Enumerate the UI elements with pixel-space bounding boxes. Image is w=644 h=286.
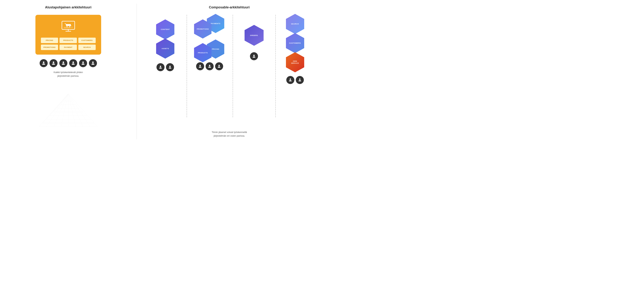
page-container: Alustapohjainen arkkitehtuuri (0, 0, 322, 143)
hex-products-label: PRODUCTS (198, 52, 208, 54)
hex-content: CONTENT (155, 18, 175, 40)
hex-search-label: SEARCH (291, 23, 299, 25)
composable-col-4: SEARCH CUSTOMERS (275, 11, 314, 128)
hex-own-service-label: OWNSERVICE (291, 60, 299, 64)
svg-line-15 (68, 94, 90, 126)
svg-point-22 (69, 26, 70, 27)
hex-customers: CUSTOMERS (285, 32, 305, 54)
right-title: Composable-arkkitehtuuri (144, 6, 315, 9)
svg-point-48 (299, 78, 300, 80)
svg-line-10 (54, 94, 68, 126)
left-section: Alustapohjainen arkkitehtuuri (0, 0, 136, 143)
svg-point-25 (43, 62, 44, 63)
right-person-4-1 (286, 76, 294, 84)
platform-box: PRICING PRODUCTS CUSTOMERS PROMOTIONS PA… (36, 15, 101, 54)
hex-content-label: CONTENT (161, 28, 170, 30)
module-payment: PAYMENT (60, 44, 77, 50)
svg-point-34 (170, 66, 171, 67)
person-icon-4 (69, 59, 77, 67)
module-search: SEARCH (78, 44, 96, 50)
hex-products: PRODUCTS (193, 42, 212, 63)
right-person-1-1 (156, 63, 164, 71)
left-title: Alustapohjainen arkkitehtuuri (45, 6, 92, 9)
module-customers: CUSTOMERS (78, 38, 96, 43)
monitor-icon (61, 20, 76, 33)
right-persons-col2 (196, 62, 223, 70)
module-products: PRODUCTS (60, 38, 77, 43)
svg-point-43 (254, 55, 255, 56)
right-person-2-1 (196, 62, 204, 70)
hex-own-service: OWNSERVICE (285, 51, 305, 73)
svg-point-28 (72, 62, 74, 63)
right-person-4-2 (296, 76, 304, 84)
svg-point-27 (63, 62, 64, 63)
svg-line-9 (46, 94, 68, 126)
svg-line-8 (39, 94, 68, 126)
composable-col-1: CONTENT ASSETS (144, 11, 187, 128)
hex-search: SEARCH (285, 13, 305, 35)
person-icon-6 (89, 59, 97, 67)
hex-pricing-label: PRICING (212, 48, 219, 50)
platform-icon (41, 20, 96, 33)
module-promotions: PROMOTIONS (41, 44, 58, 50)
module-pricing: PRICING (41, 38, 58, 43)
svg-line-16 (68, 94, 98, 126)
person-icon-1 (40, 59, 48, 67)
right-person-2-2 (206, 62, 214, 70)
person-icon-3 (59, 59, 68, 67)
svg-point-33 (160, 66, 161, 67)
svg-point-47 (290, 78, 291, 80)
right-person-1-2 (166, 63, 174, 71)
svg-point-40 (209, 65, 210, 66)
bg-mountain (39, 92, 98, 128)
right-caption: Tiimin jäsenet voivat työskennelläjärjes… (144, 130, 315, 138)
svg-point-41 (218, 65, 220, 66)
svg-line-13 (68, 94, 76, 126)
hex-customers-label: CUSTOMERS (289, 42, 301, 44)
module-grid: PRICING PRODUCTS CUSTOMERS PROMOTIONS PA… (41, 38, 96, 50)
right-persons-col4 (286, 76, 304, 84)
hex-pricing-products-row: PRICING (193, 38, 226, 57)
hex-assets: ASSETS (155, 38, 175, 60)
hex-promotions-label: PROMOTIONS (197, 28, 209, 30)
right-section: Composable-arkkitehtuuri (137, 0, 322, 143)
composable-col-3: ORDERS (232, 11, 275, 128)
person-icon-5 (79, 59, 87, 67)
right-person-2-3 (215, 62, 223, 70)
left-persons-row (40, 59, 97, 67)
svg-point-29 (82, 62, 84, 63)
right-persons-col1 (156, 63, 174, 71)
right-persons-col3 (250, 52, 258, 60)
hex-promotions: PROMOTIONS (193, 18, 212, 40)
svg-point-26 (53, 62, 54, 63)
svg-point-30 (92, 62, 94, 63)
hex-orders: ORDERS (244, 24, 264, 47)
hex-payments-promotions-row: PAYMENTS (193, 13, 226, 31)
left-caption: Kaikki työskentelevät yhdenjärjestelmän … (54, 70, 83, 78)
right-person-3-1 (250, 52, 258, 60)
hex-assets-label: ASSETS (162, 48, 169, 50)
svg-line-14 (68, 94, 83, 126)
svg-point-21 (66, 26, 68, 27)
hex-orders-label: ORDERS (250, 34, 258, 36)
composable-col-2: PAYMENTS (186, 11, 232, 128)
person-icon-2 (50, 59, 58, 67)
composable-layout: CONTENT ASSETS (144, 11, 315, 128)
svg-point-39 (200, 65, 201, 66)
